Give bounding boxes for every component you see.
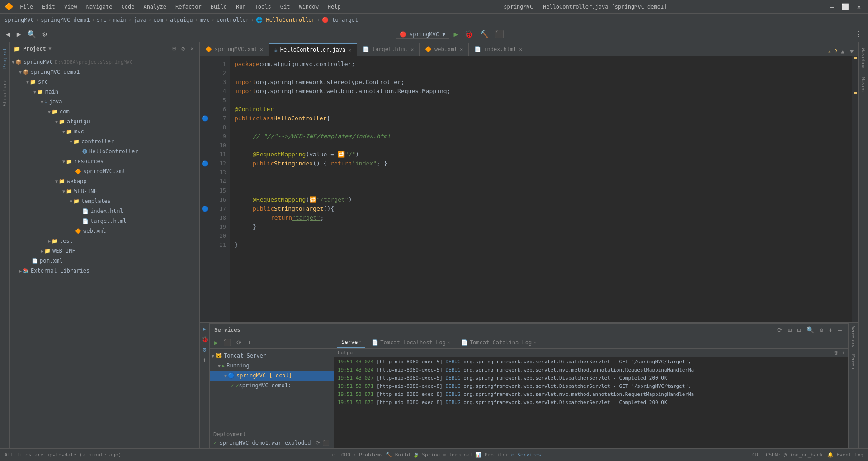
menu-tools[interactable]: Tools: [252, 3, 274, 11]
tree-item-external-libs[interactable]: ▶ 📚 External Libraries: [10, 266, 199, 276]
tree-item-mvc[interactable]: ▼ 📁 mvc: [10, 127, 199, 136]
rs-wavebox-label[interactable]: Wavebox: [859, 44, 868, 72]
close-button[interactable]: ✕: [854, 3, 863, 10]
menu-help[interactable]: Help: [325, 3, 344, 11]
project-dropdown-icon[interactable]: ▼: [49, 46, 52, 51]
menu-analyze[interactable]: Analyze: [141, 3, 169, 11]
tree-item-target-html[interactable]: 📄 target.html: [10, 216, 199, 226]
tree-item-web-xml[interactable]: 🔶 web.xml: [10, 226, 199, 236]
tab-springmvc-xml[interactable]: 🔶 springMVC.xml ✕: [200, 43, 269, 56]
editor-nav-up[interactable]: ▲: [839, 47, 846, 56]
tree-item-index-html[interactable]: 📄 index.html: [10, 206, 199, 216]
tab-spring[interactable]: 🍃 Spring: [413, 452, 440, 458]
svc-springmvc-local[interactable]: ▼ 🔵 springMVC [local]: [210, 371, 334, 381]
project-hide[interactable]: ✕: [189, 44, 196, 53]
bli-services-icon[interactable]: ⚙: [202, 345, 208, 354]
tree-item-demo1[interactable]: ▼ 📦 springMVC-demo1: [10, 67, 199, 77]
tree-item-webinf2[interactable]: ▶ 📁 WEB-INF: [10, 246, 199, 256]
tab-target-html[interactable]: 📄 target.html ✕: [357, 43, 420, 56]
bli-run-icon[interactable]: ▶: [202, 325, 208, 333]
svc-play-btn[interactable]: ▶: [212, 338, 220, 347]
status-event-log[interactable]: 🔔 Event Log: [827, 452, 863, 458]
tree-item-java[interactable]: ▼ ☕ java: [10, 97, 199, 107]
tab-localhost-close[interactable]: ✕: [448, 340, 450, 345]
tab-catalina-close[interactable]: ✕: [533, 340, 536, 345]
maximize-button[interactable]: ⬜: [841, 3, 850, 10]
tab-springmvc-xml-close[interactable]: ✕: [260, 47, 263, 52]
tree-item-src[interactable]: ▼ 📁 src: [10, 77, 199, 87]
tab-todo[interactable]: ☑ TODO: [332, 452, 350, 458]
tab-tomcat-catalina[interactable]: 📄 Tomcat Catalina Log ✕: [457, 337, 541, 348]
svc-refresh-btn[interactable]: ⟳: [775, 325, 784, 334]
breadcrumb-item-controller[interactable]: controller: [217, 17, 249, 23]
tree-item-webapp[interactable]: ▼ 📁 webapp: [10, 176, 199, 186]
deploy-refresh-icon[interactable]: ⟳: [316, 440, 320, 446]
toolbar-more-actions[interactable]: ⋮: [853, 29, 864, 39]
project-settings[interactable]: ⚙: [179, 44, 187, 53]
tab-webxml-close[interactable]: ✕: [460, 47, 463, 52]
bli-expand-icon[interactable]: ⬆: [202, 356, 208, 364]
tab-index-close[interactable]: ✕: [519, 47, 522, 52]
svc-tomcat-server[interactable]: ▼ 🐱 Tomcat Server: [210, 351, 334, 361]
tab-index-html[interactable]: 📄 index.html ✕: [469, 43, 528, 56]
sidebar-project-label[interactable]: Project: [0, 44, 9, 72]
run-button[interactable]: ▶: [451, 29, 460, 39]
breadcrumb-item-hellocontroller[interactable]: 🌐 HelloController: [256, 17, 315, 23]
sidebar-structure-label[interactable]: Structure: [0, 76, 9, 110]
menu-run[interactable]: Run: [233, 3, 249, 11]
tree-item-controller[interactable]: ▼ 📁 controller: [10, 136, 199, 146]
menu-edit[interactable]: Edit: [39, 3, 58, 11]
tree-item-webinf[interactable]: ▼ 📁 WEB-INF: [10, 186, 199, 196]
svc-deploy-btn[interactable]: ⬆: [245, 338, 253, 347]
svc-settings-btn[interactable]: ⚙: [818, 325, 825, 334]
svc-running[interactable]: ▼ ▶ Running: [210, 361, 334, 371]
tree-item-springmvc-xml[interactable]: 🔶 springMVC.xml: [10, 166, 199, 176]
tab-web-xml[interactable]: 🔶 web.xml ✕: [420, 43, 469, 56]
tab-terminal[interactable]: ⌨ Terminal: [443, 452, 472, 458]
breadcrumb-item-main[interactable]: main: [113, 17, 127, 23]
tab-tomcat-localhost[interactable]: 📄 Tomcat Localhost Log ✕: [367, 337, 455, 348]
tree-item-main[interactable]: ▼ 📁 main: [10, 87, 199, 97]
menu-view[interactable]: View: [61, 3, 80, 11]
tree-item-com[interactable]: ▼ 📁 com: [10, 107, 199, 117]
menu-navigate[interactable]: Navigate: [84, 3, 115, 11]
tree-item-test[interactable]: ▶ 📁 test: [10, 236, 199, 246]
svc-collapse-btn[interactable]: ⊟: [795, 325, 802, 334]
svc-plus-btn[interactable]: +: [827, 325, 834, 334]
rs-maven-label[interactable]: Maven: [859, 73, 868, 95]
deploy-stop-icon[interactable]: ⬛: [323, 440, 330, 446]
svc-restart-btn[interactable]: ⟳: [235, 338, 244, 347]
far-right-maven[interactable]: Maven: [849, 351, 858, 373]
project-collapse-all[interactable]: ⊟: [171, 44, 178, 53]
svc-expand-btn[interactable]: ⊞: [786, 325, 793, 334]
editor-nav-down[interactable]: ▼: [848, 47, 855, 56]
output-expand[interactable]: ⬆: [841, 350, 844, 356]
code-content[interactable]: package com.atguigu.mvc.controller; impo…: [230, 56, 852, 322]
breadcrumb-item-src[interactable]: src: [97, 17, 107, 23]
breadcrumb-item-java[interactable]: java: [133, 17, 146, 23]
tree-item-springmvc-root[interactable]: ▼ 📦 springMVC D:\IDEA\projects\springMVC: [10, 57, 199, 67]
code-editor[interactable]: 🔵 🔵 🔵: [200, 56, 858, 322]
toolbar-nav-forward[interactable]: ▶: [14, 29, 24, 39]
breadcrumb-item-atguigu[interactable]: atguigu: [170, 17, 193, 23]
breadcrumb-item-mvc[interactable]: mvc: [200, 17, 210, 23]
breadcrumb-item-demo1[interactable]: springMVC-demo1: [41, 17, 90, 23]
far-right-wavebox[interactable]: Wavebox: [849, 323, 858, 351]
output-clear[interactable]: 🗑: [834, 350, 839, 356]
menu-build[interactable]: Build: [208, 3, 230, 11]
menu-file[interactable]: File: [17, 3, 36, 11]
tab-target-close[interactable]: ✕: [410, 47, 414, 52]
toolbar-search[interactable]: 🔍: [25, 29, 38, 39]
stop-button[interactable]: ⬛: [493, 29, 506, 39]
tab-problems[interactable]: ⚠ Problems: [353, 452, 383, 458]
breadcrumb-item-totarget[interactable]: 🔴 toTarget: [322, 17, 358, 23]
tab-profiler[interactable]: 📊 Profiler: [475, 452, 509, 458]
tab-build[interactable]: 🔨 Build: [386, 452, 410, 458]
breadcrumb-item-springmvc[interactable]: springMVC: [5, 17, 34, 23]
svc-demo1[interactable]: ✓ ✓ springMVC-demo1:: [210, 381, 334, 390]
tree-item-hellocontroller[interactable]: 🅒 HelloController: [10, 146, 199, 156]
tree-item-atguigu[interactable]: ▼ 📁 atguigu: [10, 117, 199, 127]
toolbar-nav-back[interactable]: ◀: [4, 29, 13, 39]
menu-git[interactable]: Git: [278, 3, 293, 11]
svc-filter-btn[interactable]: 🔍: [805, 325, 816, 334]
